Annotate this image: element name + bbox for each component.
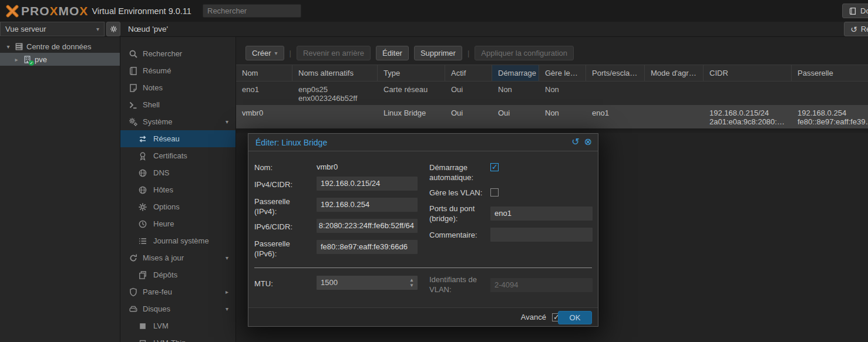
ipv4-input[interactable]: 192.168.0.215/24 [317,177,418,191]
vlan-aware-label: Gère les VLAN: [429,188,489,198]
node-menu: Rechercher Résumé Notes Shell Système▾ R… [120,37,236,342]
square-filled-icon [138,321,147,331]
advanced-label: Avancé [521,313,546,321]
menu-item-notes[interactable]: Notes [120,79,235,96]
top-bar: PROXMOX Virtual Environment 9.0.11 Reche… [0,0,868,22]
tree-item-datacenter[interactable]: ▾ Centre de données [0,40,120,53]
menu-item-systeme[interactable]: Système▾ [120,113,235,130]
collapse-icon[interactable]: ▾ [226,255,228,261]
ipv6-label: IPv6/CIDR: [254,222,314,232]
menu-item-certificats[interactable]: Certificats [120,147,235,164]
node-icon: ✓ [23,55,32,64]
book-icon [849,7,857,15]
network-table: Nom Noms alternatifs Type Actif Démarrag… [236,65,868,133]
disk-icon [129,304,138,314]
collapse-icon[interactable]: ▾ [226,306,228,312]
expand-icon[interactable]: ▸ [226,289,228,295]
apply-configuration-button[interactable]: Appliquer la configuration [475,46,574,60]
chevron-down-icon: ▾ [275,50,278,56]
restart-button[interactable]: ↺ Redémarrer [844,22,868,36]
menu-item-dns[interactable]: DNS [120,164,235,181]
advanced-divider [254,267,592,268]
menu-item-lvm[interactable]: LVM [120,317,235,334]
dialog-header[interactable]: Éditer: Linux Bridge ↺ ⊗ [248,134,598,151]
autostart-label: Démarrage automatique: [429,162,489,182]
column-header-gere-le[interactable]: Gère le… [539,65,586,81]
globe-icon [138,168,147,178]
column-header-nom[interactable]: Nom [236,65,292,81]
autostart-checkbox[interactable] [490,163,499,171]
vlan-aware-checkbox[interactable] [490,188,499,197]
menu-item-mises-a-jour[interactable]: Mises à jour▾ [120,249,235,266]
collapse-icon[interactable]: ▾ [226,118,228,125]
resource-tree: ▾ Centre de données ▸ ✓ pve [0,37,120,342]
copy-icon [138,270,147,280]
proxmox-x-icon [5,4,20,19]
toolbar-separator: | [290,49,291,57]
column-header-actif[interactable]: Actif [445,65,492,81]
sub-header: Vue serveur ▾ Nœud 'pve' ↺ Redémarrer [0,22,868,37]
proxmox-window: PROXMOX Virtual Environment 9.0.11 Reche… [0,0,868,342]
square-outline-icon [138,338,147,342]
vlan-ids-input[interactable]: 2-4094 [490,278,593,292]
column-header-type[interactable]: Type [378,65,445,81]
version-label: Virtual Environment 9.0.11 [92,6,191,16]
column-header-mode-agregation[interactable]: Mode d'agr… [645,65,704,81]
gateway4-label: Passerelle (IPv4): [254,197,314,216]
table-header-row: Nom Noms alternatifs Type Actif Démarrag… [236,65,868,82]
menu-item-depots[interactable]: Dépôts [120,266,235,283]
gears-icon [129,117,138,127]
column-header-ports-esclaves[interactable]: Ports/escla… [586,65,645,81]
menu-item-pare-feu[interactable]: Pare-feu▸ [120,283,235,300]
menu-item-options[interactable]: Options [120,198,235,215]
view-settings-button[interactable] [106,22,120,36]
note-icon [129,83,138,93]
global-search-input[interactable]: Rechercher [203,4,301,18]
menu-item-resume[interactable]: Résumé [120,62,235,79]
spinner-icon[interactable]: ▲▼ [408,277,415,288]
node-title: Nœud 'pve' [128,25,168,33]
revert-button[interactable]: Revenir en arrière [297,46,371,60]
chevron-right-icon[interactable]: ▸ [13,56,20,63]
column-header-passerelle[interactable]: Passerelle [792,65,868,81]
table-row-eno1[interactable]: eno1 enp0s25enx0023246b52ff Carte réseau… [236,82,868,105]
remove-button[interactable]: Supprimer [414,46,462,60]
menu-item-shell[interactable]: Shell [120,96,235,113]
table-row-vmbr0[interactable]: vmbr0 Linux Bridge Oui Oui Non eno1 192.… [236,105,868,128]
column-header-demarrage[interactable]: Démarrage [492,65,539,81]
chevron-down-icon[interactable]: ▾ [5,43,12,50]
mtu-label: MTU: [254,279,314,289]
menu-item-reseau[interactable]: Réseau [120,130,235,147]
edit-linux-bridge-dialog: Éditer: Linux Bridge ↺ ⊗ Nom: vmbr0 IPv4… [248,133,598,327]
menu-item-lvm-thin[interactable]: LVM-Thin [120,334,235,342]
tree-item-pve[interactable]: ▸ ✓ pve [0,53,120,66]
comment-input[interactable] [490,228,593,242]
ipv6-input[interactable]: 8:2080:223:24ff:fe6b:52ff/64 [317,219,418,233]
search-icon [129,49,138,59]
bridge-ports-input[interactable]: eno1 [490,206,593,221]
close-icon[interactable]: ⊗ [584,136,592,147]
ok-button[interactable]: OK [558,311,592,324]
create-button[interactable]: Créer▾ [245,46,284,60]
dialog-footer: Avancé OK [248,307,598,326]
clock-icon [138,219,147,229]
table-empty-area [236,128,868,133]
menu-item-rechercher[interactable]: Rechercher [120,45,235,62]
mtu-input[interactable]: 1500 ▲▼ [317,276,418,290]
datacenter-icon [15,42,23,51]
edit-button[interactable]: Éditer [376,46,409,60]
view-selector[interactable]: Vue serveur ▾ [0,22,105,36]
menu-item-hotes[interactable]: Hôtes [120,181,235,198]
menu-item-journal-systeme[interactable]: Journal système [120,232,235,249]
menu-item-heure[interactable]: Heure [120,215,235,232]
chevron-down-icon: ▾ [96,26,99,32]
menu-item-disques[interactable]: Disques▾ [120,300,235,317]
gateway6-input[interactable]: fe80::8e97:eaff:fe39:66d6 [317,240,418,254]
column-header-cidr[interactable]: CIDR [704,65,792,81]
documentation-button[interactable]: Documentation [842,4,868,18]
gateway4-input[interactable]: 192.168.0.254 [317,198,418,212]
reset-icon[interactable]: ↺ [571,136,579,147]
column-header-noms-alternatifs[interactable]: Noms alternatifs [292,65,378,81]
gear-icon [138,202,147,212]
logo-text: PROXMOX [21,4,88,18]
